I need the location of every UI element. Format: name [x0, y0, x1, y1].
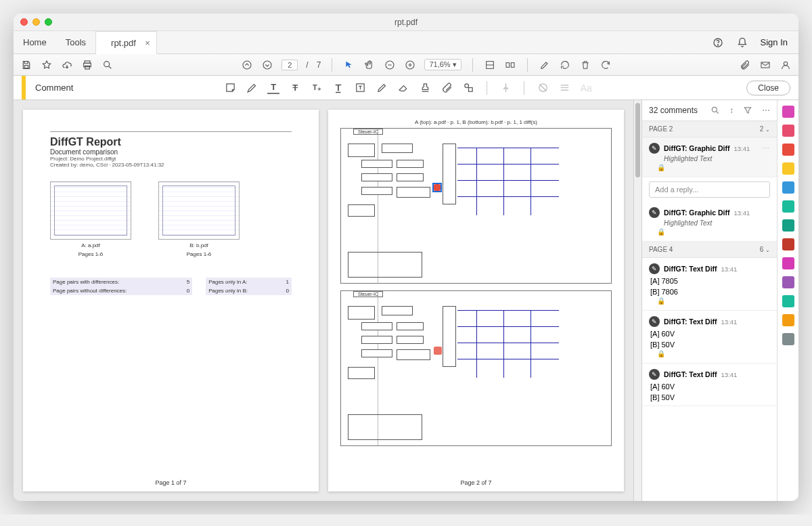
zoom-input[interactable]: 71,6% ▾ [424, 59, 461, 70]
svg-rect-13 [511, 62, 514, 67]
scrollbar[interactable] [633, 100, 641, 501]
bell-icon[interactable] [736, 37, 748, 49]
comment-item[interactable]: ✎ DiffGT: Text Diff 13:41 [A] 60V [B] 50… [642, 311, 777, 364]
edit-pdf-icon[interactable] [782, 125, 794, 137]
create-pdf-icon[interactable] [782, 106, 794, 118]
insert-text-icon[interactable]: T̲ [332, 82, 344, 94]
strikethrough-icon[interactable]: T [289, 82, 301, 94]
svg-point-8 [263, 61, 271, 69]
minimize-window-icon[interactable] [32, 18, 40, 26]
mail-icon[interactable] [759, 59, 771, 71]
close-tab-icon[interactable]: × [145, 38, 150, 48]
prepare-form-icon[interactable] [782, 257, 794, 269]
undo-icon[interactable] [600, 59, 612, 71]
highlight-tool-icon[interactable] [246, 82, 258, 94]
eraser-icon[interactable] [397, 82, 409, 94]
cursor-icon[interactable] [343, 59, 355, 71]
scan-icon[interactable] [782, 200, 794, 213]
close-commentbar-button[interactable]: Close [746, 81, 790, 95]
shapes-icon[interactable] [462, 82, 474, 94]
stamp-icon[interactable] [419, 82, 431, 94]
text-format-icon[interactable]: Aa [580, 82, 592, 94]
comment-group-page2[interactable]: PAGE 2 2 ⌄ [642, 121, 777, 137]
page-down-icon[interactable] [261, 59, 273, 71]
fill-sign-icon[interactable] [782, 238, 794, 250]
scrollbar-thumb[interactable] [635, 103, 640, 177]
page-total: 7 [317, 60, 321, 70]
comment-rail-icon[interactable] [782, 162, 794, 175]
page-up-icon[interactable] [241, 59, 253, 71]
comment-item[interactable]: ✎ DiffGT: Text Diff 13:41 [A] 7805 [B] 7… [642, 258, 777, 311]
maximize-window-icon[interactable] [45, 18, 52, 26]
zoom-out-icon[interactable] [384, 59, 396, 71]
search-comments-icon[interactable] [710, 106, 720, 115]
comments-panel: 32 comments ↕ ⋯ PAGE 2 2 ⌄ ✎ DiffGT: Gra… [641, 100, 777, 501]
protect-icon[interactable] [782, 219, 794, 232]
fit-page-icon[interactable] [504, 59, 516, 71]
delete-icon[interactable] [579, 59, 591, 71]
svg-point-6 [104, 61, 110, 66]
search-icon[interactable] [102, 59, 114, 71]
sticky-note-icon[interactable] [224, 82, 236, 94]
account-icon[interactable] [780, 59, 792, 71]
more-tools-icon[interactable] [782, 314, 794, 326]
document-tab[interactable]: rpt.pdf × [95, 31, 157, 54]
color-icon[interactable] [537, 82, 549, 94]
sign-in-button[interactable]: Sign In [761, 37, 788, 47]
hand-icon[interactable] [363, 59, 376, 71]
pin-icon[interactable] [499, 82, 512, 94]
attach-icon[interactable] [739, 59, 751, 71]
star-icon[interactable] [41, 59, 53, 71]
comment-line-a: [A] 7805 [649, 277, 770, 285]
diff-annotation-red-2[interactable] [434, 347, 442, 355]
svg-rect-12 [506, 62, 510, 67]
thumbnail-b [158, 181, 240, 240]
reply-input[interactable]: Add a reply... [649, 181, 770, 198]
thumbnail-a-label: A: a.pdf [50, 242, 131, 248]
window-title: rpt.pdf [14, 18, 798, 27]
avatar-icon: ✎ [649, 316, 660, 327]
page-number-input[interactable]: 2 [281, 60, 298, 70]
highlight-icon[interactable] [539, 59, 551, 71]
sort-icon[interactable]: ↕ [729, 106, 734, 115]
export-pdf-icon[interactable] [782, 144, 794, 156]
lock-icon: 🔒 [649, 162, 770, 173]
comment-group-page4[interactable]: PAGE 4 6 ⌄ [642, 242, 777, 258]
rotate-icon[interactable] [559, 59, 571, 71]
replace-text-icon[interactable]: T₊ [311, 82, 323, 94]
thumbnail-a [50, 181, 131, 240]
menu-tools[interactable]: Tools [56, 31, 95, 53]
send-sign-icon[interactable] [782, 276, 794, 288]
comment-time: 13:41 [734, 145, 750, 152]
text-comment-icon[interactable]: T [267, 82, 279, 94]
menu-home[interactable]: Home [14, 31, 56, 53]
filter-icon[interactable] [743, 106, 752, 115]
compare-icon[interactable] [782, 295, 794, 307]
comment-item[interactable]: ✎ DiffGT: Graphic Diff 13:41 ⋯ Highlight… [642, 137, 777, 177]
svg-rect-18 [468, 88, 472, 92]
pencil-icon[interactable] [376, 82, 388, 94]
zoom-in-icon[interactable] [404, 59, 416, 71]
pdf-page-2: A (top): a.pdf · p. 1, B (bottom): b.pdf… [328, 110, 624, 491]
close-window-icon[interactable] [20, 18, 28, 26]
more-icon[interactable]: ⋯ [762, 106, 770, 115]
right-tool-rail [777, 100, 798, 501]
settings-rail-icon[interactable] [782, 333, 794, 345]
organize-icon[interactable] [782, 181, 794, 194]
help-icon[interactable] [712, 37, 724, 49]
comment-item[interactable]: ✎ DiffGT: Graphic Diff 13:41 Highlighted… [642, 202, 777, 242]
save-icon[interactable] [20, 59, 32, 71]
page-viewer[interactable]: DiffGT Report Document comparison Projec… [14, 100, 633, 501]
attach-file-icon[interactable] [441, 82, 453, 94]
svg-point-1 [717, 44, 718, 45]
fit-width-icon[interactable] [484, 59, 496, 71]
line-style-icon[interactable] [558, 82, 570, 94]
comment-item[interactable]: ✎ DiffGT: Text Diff 13:41 [A] 60V [B] 50… [642, 364, 777, 406]
diff-annotation-red[interactable] [434, 184, 441, 191]
print-icon[interactable] [81, 59, 93, 71]
cloud-icon[interactable] [61, 59, 73, 71]
main-toolbar: 2 / 7 71,6% ▾ [14, 54, 798, 76]
comment-more-icon[interactable]: ⋯ [762, 144, 770, 153]
textbox-icon[interactable] [354, 82, 366, 94]
avatar-icon: ✎ [649, 143, 660, 154]
